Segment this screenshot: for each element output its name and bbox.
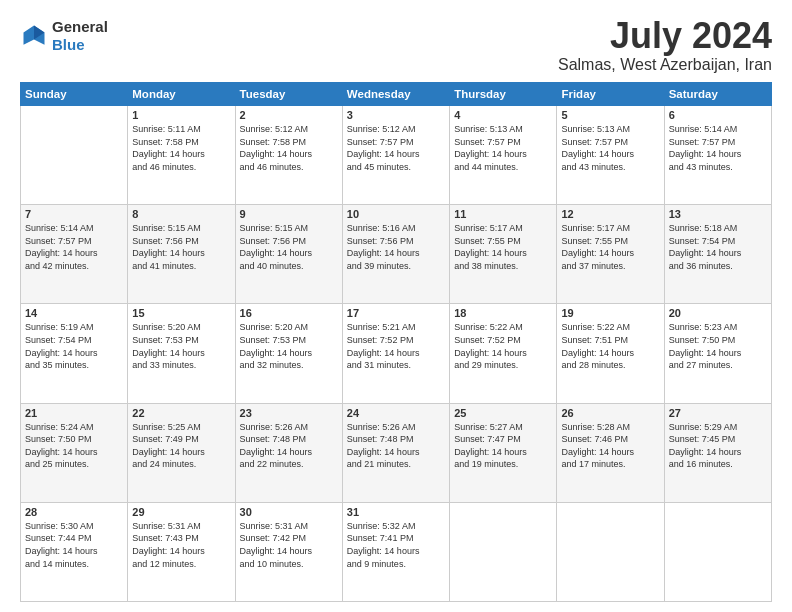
calendar-cell: 13Sunrise: 5:18 AM Sunset: 7:54 PM Dayli… [664,205,771,304]
calendar-cell: 27Sunrise: 5:29 AM Sunset: 7:45 PM Dayli… [664,403,771,502]
day-number: 13 [669,208,767,220]
header-cell: Sunday [21,83,128,106]
calendar-cell: 28Sunrise: 5:30 AM Sunset: 7:44 PM Dayli… [21,502,128,601]
calendar-cell: 19Sunrise: 5:22 AM Sunset: 7:51 PM Dayli… [557,304,664,403]
day-info: Sunrise: 5:31 AM Sunset: 7:43 PM Dayligh… [132,520,230,570]
day-info: Sunrise: 5:18 AM Sunset: 7:54 PM Dayligh… [669,222,767,272]
header-cell: Monday [128,83,235,106]
day-info: Sunrise: 5:20 AM Sunset: 7:53 PM Dayligh… [132,321,230,371]
calendar-cell: 31Sunrise: 5:32 AM Sunset: 7:41 PM Dayli… [342,502,449,601]
day-info: Sunrise: 5:19 AM Sunset: 7:54 PM Dayligh… [25,321,123,371]
day-number: 6 [669,109,767,121]
calendar-subtitle: Salmas, West Azerbaijan, Iran [558,56,772,74]
calendar-cell [21,106,128,205]
day-info: Sunrise: 5:27 AM Sunset: 7:47 PM Dayligh… [454,421,552,471]
day-info: Sunrise: 5:24 AM Sunset: 7:50 PM Dayligh… [25,421,123,471]
day-info: Sunrise: 5:17 AM Sunset: 7:55 PM Dayligh… [561,222,659,272]
calendar-table: SundayMondayTuesdayWednesdayThursdayFrid… [20,82,772,602]
calendar-cell: 20Sunrise: 5:23 AM Sunset: 7:50 PM Dayli… [664,304,771,403]
calendar-week-row: 7Sunrise: 5:14 AM Sunset: 7:57 PM Daylig… [21,205,772,304]
header-cell: Tuesday [235,83,342,106]
calendar-cell: 26Sunrise: 5:28 AM Sunset: 7:46 PM Dayli… [557,403,664,502]
calendar-cell: 14Sunrise: 5:19 AM Sunset: 7:54 PM Dayli… [21,304,128,403]
day-info: Sunrise: 5:12 AM Sunset: 7:57 PM Dayligh… [347,123,445,173]
day-number: 19 [561,307,659,319]
day-number: 9 [240,208,338,220]
calendar-cell: 9Sunrise: 5:15 AM Sunset: 7:56 PM Daylig… [235,205,342,304]
calendar-week-row: 28Sunrise: 5:30 AM Sunset: 7:44 PM Dayli… [21,502,772,601]
day-number: 14 [25,307,123,319]
day-info: Sunrise: 5:12 AM Sunset: 7:58 PM Dayligh… [240,123,338,173]
calendar-cell: 2Sunrise: 5:12 AM Sunset: 7:58 PM Daylig… [235,106,342,205]
calendar-cell [664,502,771,601]
header-cell: Thursday [450,83,557,106]
calendar-cell: 10Sunrise: 5:16 AM Sunset: 7:56 PM Dayli… [342,205,449,304]
day-number: 22 [132,407,230,419]
day-number: 27 [669,407,767,419]
day-number: 1 [132,109,230,121]
day-number: 11 [454,208,552,220]
calendar-cell: 3Sunrise: 5:12 AM Sunset: 7:57 PM Daylig… [342,106,449,205]
calendar-cell: 12Sunrise: 5:17 AM Sunset: 7:55 PM Dayli… [557,205,664,304]
day-number: 20 [669,307,767,319]
day-info: Sunrise: 5:23 AM Sunset: 7:50 PM Dayligh… [669,321,767,371]
day-info: Sunrise: 5:22 AM Sunset: 7:52 PM Dayligh… [454,321,552,371]
day-info: Sunrise: 5:11 AM Sunset: 7:58 PM Dayligh… [132,123,230,173]
day-info: Sunrise: 5:22 AM Sunset: 7:51 PM Dayligh… [561,321,659,371]
day-info: Sunrise: 5:25 AM Sunset: 7:49 PM Dayligh… [132,421,230,471]
title-block: July 2024 Salmas, West Azerbaijan, Iran [558,18,772,74]
day-number: 24 [347,407,445,419]
day-info: Sunrise: 5:15 AM Sunset: 7:56 PM Dayligh… [132,222,230,272]
day-number: 5 [561,109,659,121]
day-number: 8 [132,208,230,220]
day-info: Sunrise: 5:13 AM Sunset: 7:57 PM Dayligh… [561,123,659,173]
calendar-cell: 22Sunrise: 5:25 AM Sunset: 7:49 PM Dayli… [128,403,235,502]
logo-blue: Blue [52,36,108,54]
day-info: Sunrise: 5:32 AM Sunset: 7:41 PM Dayligh… [347,520,445,570]
calendar-cell: 8Sunrise: 5:15 AM Sunset: 7:56 PM Daylig… [128,205,235,304]
calendar-title: July 2024 [558,18,772,54]
header-cell: Saturday [664,83,771,106]
calendar-cell: 30Sunrise: 5:31 AM Sunset: 7:42 PM Dayli… [235,502,342,601]
day-number: 28 [25,506,123,518]
header-cell: Wednesday [342,83,449,106]
day-number: 31 [347,506,445,518]
calendar-cell: 4Sunrise: 5:13 AM Sunset: 7:57 PM Daylig… [450,106,557,205]
day-info: Sunrise: 5:13 AM Sunset: 7:57 PM Dayligh… [454,123,552,173]
day-info: Sunrise: 5:28 AM Sunset: 7:46 PM Dayligh… [561,421,659,471]
day-info: Sunrise: 5:15 AM Sunset: 7:56 PM Dayligh… [240,222,338,272]
header-cell: Friday [557,83,664,106]
calendar-week-row: 1Sunrise: 5:11 AM Sunset: 7:58 PM Daylig… [21,106,772,205]
calendar-cell: 15Sunrise: 5:20 AM Sunset: 7:53 PM Dayli… [128,304,235,403]
page: General Blue July 2024 Salmas, West Azer… [0,0,792,612]
day-info: Sunrise: 5:31 AM Sunset: 7:42 PM Dayligh… [240,520,338,570]
day-info: Sunrise: 5:30 AM Sunset: 7:44 PM Dayligh… [25,520,123,570]
day-info: Sunrise: 5:14 AM Sunset: 7:57 PM Dayligh… [669,123,767,173]
day-number: 16 [240,307,338,319]
day-info: Sunrise: 5:16 AM Sunset: 7:56 PM Dayligh… [347,222,445,272]
calendar-cell: 24Sunrise: 5:26 AM Sunset: 7:48 PM Dayli… [342,403,449,502]
day-number: 17 [347,307,445,319]
header: General Blue July 2024 Salmas, West Azer… [20,18,772,74]
logo-general: General [52,18,108,36]
calendar-cell: 23Sunrise: 5:26 AM Sunset: 7:48 PM Dayli… [235,403,342,502]
calendar-week-row: 14Sunrise: 5:19 AM Sunset: 7:54 PM Dayli… [21,304,772,403]
day-info: Sunrise: 5:14 AM Sunset: 7:57 PM Dayligh… [25,222,123,272]
day-number: 10 [347,208,445,220]
day-number: 23 [240,407,338,419]
day-info: Sunrise: 5:29 AM Sunset: 7:45 PM Dayligh… [669,421,767,471]
day-number: 29 [132,506,230,518]
calendar-week-row: 21Sunrise: 5:24 AM Sunset: 7:50 PM Dayli… [21,403,772,502]
calendar-cell: 17Sunrise: 5:21 AM Sunset: 7:52 PM Dayli… [342,304,449,403]
calendar-cell: 11Sunrise: 5:17 AM Sunset: 7:55 PM Dayli… [450,205,557,304]
day-number: 7 [25,208,123,220]
logo: General Blue [20,18,108,54]
day-info: Sunrise: 5:26 AM Sunset: 7:48 PM Dayligh… [240,421,338,471]
day-number: 12 [561,208,659,220]
day-info: Sunrise: 5:17 AM Sunset: 7:55 PM Dayligh… [454,222,552,272]
day-number: 2 [240,109,338,121]
calendar-cell: 1Sunrise: 5:11 AM Sunset: 7:58 PM Daylig… [128,106,235,205]
day-number: 25 [454,407,552,419]
calendar-cell: 7Sunrise: 5:14 AM Sunset: 7:57 PM Daylig… [21,205,128,304]
calendar-cell: 5Sunrise: 5:13 AM Sunset: 7:57 PM Daylig… [557,106,664,205]
